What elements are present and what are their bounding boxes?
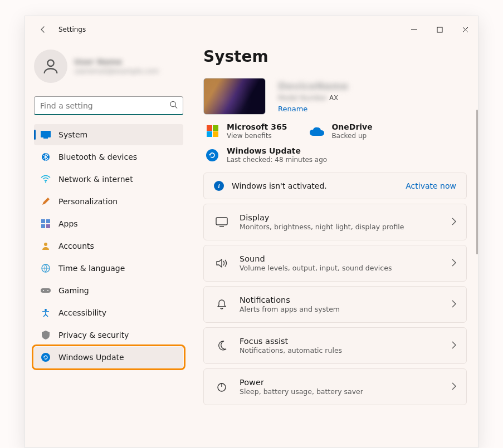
back-button[interactable] — [34, 21, 52, 38]
sidebar-item-label: Windows Update — [58, 353, 124, 362]
card-title: Windows Update — [227, 146, 327, 155]
settings-window: Settings User Name useremail@example.com — [25, 16, 478, 448]
sidebar-item-windows-update[interactable]: Windows Update — [34, 347, 183, 368]
accounts-icon — [41, 241, 51, 251]
rename-link[interactable]: Rename — [278, 105, 348, 113]
setting-title: Display — [240, 213, 404, 222]
info-icon: i — [214, 181, 224, 191]
window-controls — [401, 21, 478, 38]
device-info: DeviceName Model Number AX Rename — [278, 80, 348, 113]
svg-rect-10 — [46, 224, 50, 228]
sidebar-item-gaming[interactable]: Gaming — [34, 280, 183, 301]
sidebar-item-bluetooth[interactable]: Bluetooth & devices — [34, 146, 183, 168]
page-title: System — [203, 47, 467, 66]
svg-point-1 — [47, 60, 53, 66]
sidebar: User Name useremail@example.com System B… — [25, 43, 192, 447]
card-subtitle: Last checked: 48 minutes ago — [227, 156, 327, 164]
svg-rect-3 — [41, 131, 51, 137]
windows-update-card[interactable]: Windows Update Last checked: 48 minutes … — [203, 146, 467, 164]
card-title: OneDrive — [331, 122, 372, 131]
sidebar-item-label: System — [58, 130, 87, 139]
setting-subtitle: Alerts from apps and system — [240, 305, 340, 313]
svg-point-16 — [45, 309, 47, 311]
nav: System Bluetooth & devices Network & int… — [34, 124, 183, 368]
device-model-suffix: AX — [327, 94, 338, 102]
sidebar-item-network[interactable]: Network & internet — [34, 169, 183, 190]
titlebar: Settings — [25, 16, 478, 43]
microsoft-365-icon — [204, 124, 220, 139]
setting-subtitle: Sleep, battery usage, battery saver — [240, 387, 363, 396]
sidebar-item-time-language[interactable]: Time & language — [34, 258, 183, 279]
sidebar-item-personalization[interactable]: Personalization — [34, 191, 183, 212]
bluetooth-icon — [41, 152, 51, 162]
power-icon — [214, 381, 229, 392]
setting-row-notifications[interactable]: NotificationsAlerts from apps and system — [203, 286, 467, 323]
main-content: System DeviceName Model Number AX Rename… — [192, 43, 478, 447]
profile-text: User Name useremail@example.com — [74, 57, 159, 75]
activation-text: Windows isn't activated. — [232, 181, 327, 190]
activate-now-link[interactable]: Activate now — [406, 181, 456, 190]
svg-rect-13 — [41, 288, 51, 293]
apps-icon — [41, 219, 51, 229]
svg-point-15 — [47, 290, 48, 291]
chevron-right-icon — [452, 258, 456, 269]
device-thumbnail — [203, 78, 266, 115]
scrollbar[interactable] — [476, 110, 478, 254]
sidebar-item-label: Privacy & security — [58, 331, 129, 339]
activation-banner: i Windows isn't activated. Activate now — [203, 173, 467, 199]
setting-title: Focus assist — [240, 337, 342, 346]
profile-email: useremail@example.com — [74, 67, 159, 75]
sound-icon — [214, 258, 229, 268]
gamepad-icon — [41, 285, 51, 296]
chevron-right-icon — [452, 382, 456, 392]
setting-title: Power — [240, 378, 363, 387]
device-model: Model Number — [278, 94, 327, 102]
setting-row-focus-assist[interactable]: Focus assistNotifications, automatic rul… — [203, 327, 467, 364]
setting-subtitle: Notifications, automatic rules — [240, 346, 342, 355]
close-button[interactable] — [452, 21, 478, 38]
svg-rect-0 — [437, 27, 442, 32]
profile-name: User Name — [74, 57, 159, 66]
maximize-button[interactable] — [427, 21, 452, 38]
brush-icon — [41, 196, 51, 206]
svg-rect-4 — [43, 137, 48, 139]
chevron-right-icon — [452, 341, 456, 351]
globe-icon — [41, 263, 51, 273]
setting-row-power[interactable]: PowerSleep, battery usage, battery saver — [203, 368, 467, 405]
profile-block[interactable]: User Name useremail@example.com — [34, 47, 183, 92]
window-title: Settings — [58, 26, 86, 33]
status-cards-row: Microsoft 365 View benefits OneDrive Bac… — [203, 122, 467, 140]
sidebar-item-label: Bluetooth & devices — [58, 152, 137, 161]
sidebar-item-accessibility[interactable]: Accessibility — [34, 302, 183, 323]
sidebar-item-system[interactable]: System — [34, 124, 183, 145]
sidebar-item-label: Gaming — [58, 286, 89, 295]
close-icon — [462, 27, 468, 33]
maximize-icon — [437, 27, 443, 33]
card-subtitle: View benefits — [227, 132, 287, 140]
microsoft-365-card[interactable]: Microsoft 365 View benefits — [204, 122, 287, 140]
card-title: Microsoft 365 — [227, 122, 287, 131]
svg-point-17 — [41, 353, 50, 362]
sidebar-item-privacy[interactable]: Privacy & security — [34, 324, 183, 346]
sidebar-item-apps[interactable]: Apps — [34, 213, 183, 234]
system-icon — [41, 130, 51, 140]
setting-row-display[interactable]: DisplayMonitors, brightness, night light… — [203, 204, 467, 240]
svg-rect-9 — [41, 224, 45, 228]
update-icon — [41, 352, 51, 362]
minimize-button[interactable] — [401, 21, 427, 38]
sidebar-item-accounts[interactable]: Accounts — [34, 235, 183, 257]
onedrive-card[interactable]: OneDrive Backed up — [309, 122, 372, 140]
arrow-left-icon — [38, 25, 47, 34]
search-input[interactable] — [34, 96, 183, 115]
device-row: DeviceName Model Number AX Rename — [203, 78, 467, 115]
setting-row-sound[interactable]: SoundVolume levels, output, input, sound… — [203, 245, 467, 282]
display-icon — [214, 217, 229, 227]
shield-icon — [41, 330, 51, 340]
onedrive-icon — [309, 124, 325, 139]
minimize-icon — [411, 27, 417, 33]
sidebar-item-label: Accessibility — [58, 308, 106, 317]
chevron-right-icon — [452, 217, 456, 228]
svg-rect-8 — [46, 219, 50, 223]
update-status-icon — [204, 147, 220, 163]
setting-subtitle: Monitors, brightness, night light, displ… — [240, 223, 404, 231]
